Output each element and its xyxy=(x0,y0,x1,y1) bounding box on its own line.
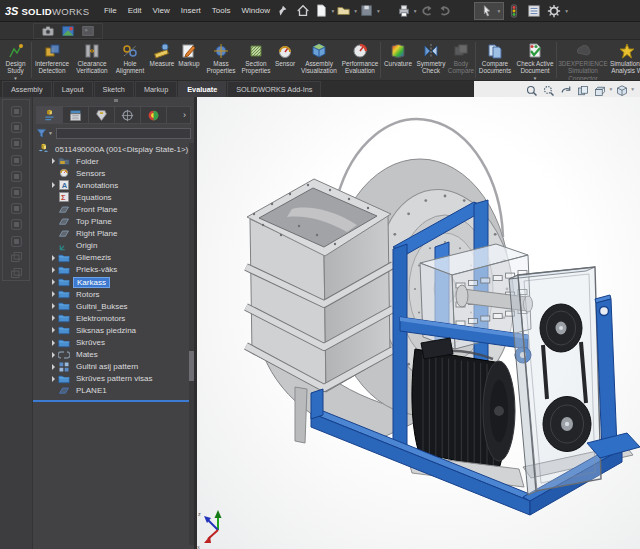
tree-item-rotors[interactable]: Rotors xyxy=(49,288,188,300)
tab-solidworks-add-ins[interactable]: SOLIDWORKS Add-Ins xyxy=(227,81,321,97)
gen-icon[interactable] xyxy=(10,201,23,214)
save-icon[interactable] xyxy=(360,4,374,18)
ribbon-button-symmetry-check[interactable]: SymmetryCheck xyxy=(415,40,447,80)
belt-guard[interactable] xyxy=(509,267,601,495)
zoom-area-icon[interactable] xyxy=(543,83,555,95)
pin-icon[interactable] xyxy=(275,4,289,18)
panel-expand-arrow[interactable]: › xyxy=(183,110,190,120)
tree-item-right-plane[interactable]: Right Plane xyxy=(49,228,188,240)
view-cube-icon[interactable] xyxy=(616,83,628,95)
ribbon-button-hole-alignment[interactable]: HoleAlignment xyxy=(112,40,148,80)
gen-icon[interactable] xyxy=(10,185,23,198)
ribbon-button-performance-evaluation[interactable]: PerformanceEvaluation xyxy=(340,40,380,80)
select-tool-button[interactable]: ▾ xyxy=(474,2,505,20)
task-list-icon[interactable] xyxy=(527,4,541,18)
folder-copy-icon[interactable] xyxy=(10,266,23,279)
section-icon[interactable] xyxy=(577,83,589,95)
tree-item-karkass[interactable]: Karkass xyxy=(49,276,188,288)
gen-icon[interactable] xyxy=(10,217,23,230)
print-icon[interactable] xyxy=(397,4,411,18)
expand-arrow-icon[interactable] xyxy=(49,376,58,382)
panel-tab-pm-tree[interactable] xyxy=(37,107,63,123)
panel-tab-pm-props[interactable] xyxy=(63,107,89,123)
tree-item-siksnas-piedzina[interactable]: Siksnas piedzina xyxy=(49,324,188,336)
gen-icon[interactable] xyxy=(10,153,23,166)
panel-splitter[interactable] xyxy=(33,400,194,402)
menu-view[interactable]: View xyxy=(147,0,175,21)
gen-icon[interactable] xyxy=(10,169,23,182)
tree-item-skr-ves-pattern-visas[interactable]: Skrūves pattern visas xyxy=(49,373,188,385)
caret-icon[interactable]: ▾ xyxy=(414,8,417,14)
record-3d-icon[interactable] xyxy=(61,24,75,38)
expand-arrow-icon[interactable] xyxy=(49,291,58,297)
graphics-viewport[interactable]: z x xyxy=(197,97,640,549)
filter-input[interactable] xyxy=(56,128,191,139)
caret-icon[interactable]: ▾ xyxy=(354,8,357,14)
new-doc-icon[interactable] xyxy=(314,4,328,18)
panel-tab-pm-dimx[interactable] xyxy=(115,107,141,123)
panel-scrollbar-thumb[interactable] xyxy=(189,351,194,381)
expand-arrow-icon[interactable] xyxy=(49,352,58,358)
expand-arrow-icon[interactable] xyxy=(49,158,58,164)
menu-file[interactable]: File xyxy=(98,0,122,21)
dropdown-caret-icon[interactable]: ▼ xyxy=(13,76,17,81)
caret-icon[interactable]: ▾ xyxy=(498,8,501,14)
folder-copy-icon[interactable] xyxy=(10,250,23,263)
view-prev-icon[interactable] xyxy=(560,83,572,95)
expand-arrow-icon[interactable] xyxy=(49,182,58,188)
tree-item-sensors[interactable]: Sensors xyxy=(49,167,188,179)
home-icon[interactable] xyxy=(296,4,310,18)
gear-icon[interactable] xyxy=(547,4,561,18)
zoom-fit-icon[interactable] xyxy=(526,83,538,95)
undo-icon[interactable] xyxy=(420,4,434,18)
filter-caret-icon[interactable]: ▼ xyxy=(48,130,53,136)
expand-arrow-icon[interactable] xyxy=(49,279,58,285)
tree-item-skr-ves[interactable]: Skrūves xyxy=(49,337,188,349)
tree-item-gliemezis[interactable]: Gliemezis xyxy=(49,252,188,264)
ribbon-button-measure[interactable]: Measure xyxy=(148,40,176,80)
tree-item-equations[interactable]: ΣEquations xyxy=(49,191,188,203)
traffic-light-icon[interactable] xyxy=(507,4,521,18)
tab-layout[interactable]: Layout xyxy=(53,81,93,97)
ribbon-button-section-properties[interactable]: SectionProperties xyxy=(240,40,272,80)
caret-icon[interactable]: ▾ xyxy=(565,8,568,14)
ribbon-button-checkactive-document[interactable]: Check ActiveDocument▼ xyxy=(514,40,556,80)
tree-item-gultni-asij-pattern[interactable]: Gultni asij pattern xyxy=(49,361,188,373)
expand-arrow-icon[interactable] xyxy=(49,267,58,273)
tree-item-gultni-bukses[interactable]: Gultni_Bukses xyxy=(49,300,188,312)
panel-tab-pm-display[interactable] xyxy=(141,107,167,123)
ribbon-button-assembly-visualization[interactable]: AssemblyVisualization xyxy=(298,40,340,80)
redo-icon[interactable] xyxy=(438,4,452,18)
display-style-icon[interactable] xyxy=(594,83,606,95)
caret-icon[interactable]: ▾ xyxy=(377,8,380,14)
dropdown-caret-icon[interactable]: ▼ xyxy=(533,76,537,81)
expand-arrow-icon[interactable] xyxy=(49,364,58,370)
menu-tools[interactable]: Tools xyxy=(206,0,236,21)
ribbon-button-markup[interactable]: Markup xyxy=(176,40,202,80)
tab-assembly[interactable]: Assembly xyxy=(2,81,52,97)
expand-arrow-icon[interactable] xyxy=(49,340,58,346)
tree-item-folder[interactable]: Folder xyxy=(49,155,188,167)
tree-root-item[interactable]: 0511490000A (001<Display State-1>) xyxy=(37,143,188,155)
tree-item-origin[interactable]: Origin xyxy=(49,240,188,252)
ribbon-button-sensor[interactable]: Sensor xyxy=(272,40,298,80)
expand-arrow-icon[interactable] xyxy=(49,303,58,309)
ribbon-button-simulationx-analysisw[interactable]: SimulationXAnalysis W xyxy=(609,40,640,80)
gen-icon[interactable] xyxy=(10,104,23,117)
ribbon-button-design-study[interactable]: DesignStudy▼ xyxy=(0,40,31,80)
gen-icon[interactable] xyxy=(10,136,23,149)
camera-icon[interactable] xyxy=(41,24,55,38)
tab-evaluate[interactable]: Evaluate xyxy=(178,81,226,97)
panel-handle[interactable] xyxy=(114,99,118,102)
panel-scrollbar[interactable] xyxy=(189,143,194,545)
outlet-duct[interactable] xyxy=(246,179,393,392)
tree-item-mates[interactable]: Mates xyxy=(49,349,188,361)
tab-markup[interactable]: Markup xyxy=(135,81,177,97)
panel-tab-pm-config[interactable] xyxy=(89,107,115,123)
caret-icon[interactable]: ▾ xyxy=(609,86,612,92)
ribbon-button-mass-properties[interactable]: MassProperties xyxy=(202,40,240,80)
ribbon-button-compare-documents[interactable]: CompareDocuments xyxy=(476,40,514,80)
tree-item-annotations[interactable]: AAnnotations xyxy=(49,179,188,191)
tab-sketch[interactable]: Sketch xyxy=(94,81,134,97)
tree-item-top-plane[interactable]: Top Plane xyxy=(49,216,188,228)
